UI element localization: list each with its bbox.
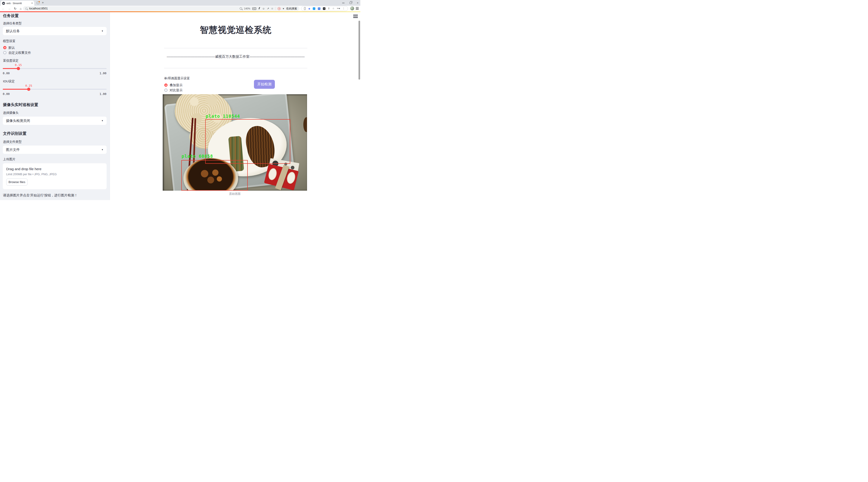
radio-model-custom[interactable] [3, 51, 6, 54]
camera-select-label: 选择摄像头 [3, 111, 19, 115]
new-tab-button[interactable]: + [42, 0, 44, 4]
browser-tab[interactable]: web · Streamlit × [1, 1, 34, 6]
radio-model-default-label[interactable]: 默认 [8, 46, 15, 50]
start-detection-button[interactable]: 开始检测 [254, 80, 275, 89]
streamlit-favicon-icon [2, 2, 5, 5]
radio-compare-display[interactable] [164, 89, 167, 92]
dropzone-limit: Limit 200MB per file • JPG, PNG, JPEG [6, 173, 57, 176]
app-menu-icon[interactable] [353, 15, 358, 18]
detection-image: plato 110544 plato 60858 [163, 94, 307, 191]
kebab-menu-icon[interactable]: ⋮ [342, 7, 345, 10]
home-icon[interactable]: ⌂ [19, 6, 23, 11]
search-here-label[interactable]: 在此搜索 [286, 7, 297, 10]
studio-line: ——————————————威视百万大数据工作室———————————————— [164, 55, 307, 59]
iou-value: 0.25 [22, 84, 36, 87]
camera-settings-heading: 摄像头实时巡检设置 [3, 102, 38, 108]
translate-extension-icon[interactable]: 文 [318, 7, 320, 10]
radio-overlay-display-label[interactable]: 叠加显示 [169, 83, 183, 87]
detection-label: plato 110544 [206, 114, 240, 119]
iou-max: 1.00 [99, 92, 106, 96]
gemini-icon[interactable]: ◆ [308, 7, 310, 10]
dropzone-instruction: Drag and drop file here [6, 167, 41, 171]
forward-icon[interactable]: → [7, 6, 11, 11]
translate-icon[interactable]: A文 [252, 7, 256, 10]
zoom-level[interactable]: 140% [244, 7, 250, 10]
scissors-icon[interactable]: ✂▾ [337, 7, 340, 10]
n-extension-icon[interactable]: N [323, 7, 326, 10]
file-type-value: 图片文件 [6, 148, 20, 152]
browser-window: web · Streamlit × + × ← → ↻ ⌂ localhost:… [0, 0, 360, 200]
iou-label: IOU设定 [3, 79, 15, 84]
address-bar[interactable]: localhost:8501 140% A文 ☺ ↗ ☆ S ▾ 在此搜索 [23, 6, 300, 11]
page-scrollbar[interactable] [359, 21, 360, 80]
share-icon[interactable]: ↗ [267, 7, 269, 10]
upload-label: 上传图片 [3, 157, 16, 161]
refresh-icon[interactable]: ↻ [13, 6, 18, 11]
page-title: 智慧视觉巡检系统 [164, 24, 307, 36]
confidence-slider[interactable] [3, 68, 106, 69]
model-settings-label: 模型设置 [3, 39, 16, 43]
download-icon[interactable]: ↧ [328, 7, 330, 10]
task-settings-heading: 任务设置 [3, 13, 19, 19]
tab-strip: web · Streamlit × + × [0, 0, 360, 6]
s-search-logo-icon[interactable]: S [278, 7, 281, 10]
checkmark-extension-icon[interactable]: ✓ [313, 7, 315, 10]
sidebar-hint-text: 请选择图片并点击'开始运行'按钮，进行图片检测！ [3, 193, 78, 198]
chevron-down-icon: ▼ [101, 120, 103, 122]
file-settings-heading: 文件识别设置 [3, 131, 26, 136]
window-controls: × [342, 0, 359, 6]
workspace-icon[interactable] [37, 2, 39, 4]
confidence-slider-thumb[interactable] [17, 67, 20, 70]
address-bar-actions: 140% A文 ☺ ↗ ☆ S ▾ 在此搜索 [240, 7, 297, 10]
search-icon [25, 8, 27, 10]
detection-box [181, 160, 248, 191]
radio-model-default[interactable] [3, 46, 6, 49]
browser-menu-icon[interactable] [356, 7, 359, 10]
tab-close-icon[interactable]: × [31, 2, 33, 5]
dish-edge [303, 117, 307, 132]
extensions-pill: ◆ ✓ 文 N ↧ ☆ ✂▾ ⋮ [301, 6, 348, 11]
main-content: 智慧视觉巡检系统 ——————————————威视百万大数据工作室———————… [110, 12, 360, 200]
lightning-icon[interactable] [258, 7, 260, 10]
camera-select-value: 摄像头检测关闭 [6, 119, 30, 123]
chevron-down-icon: ▼ [101, 30, 103, 32]
s-caret-icon[interactable]: ▾ [283, 7, 284, 10]
image-caption: 原始画面 [163, 192, 307, 196]
star-add-icon[interactable]: ☆ [271, 7, 274, 10]
radio-overlay-display[interactable] [164, 84, 167, 87]
bookmark-star-icon[interactable]: ☆ [332, 7, 334, 10]
browser-toolbar: ← → ↻ ⌂ localhost:8501 140% A文 ☺ ↗ ☆ S ▾… [0, 6, 360, 11]
divider [275, 7, 276, 10]
restore-button[interactable] [349, 2, 351, 4]
confidence-label: 置信度设定 [3, 59, 19, 63]
phone-icon[interactable] [304, 7, 306, 10]
confidence-value: 0.15 [11, 63, 25, 67]
camera-select[interactable]: 摄像头检测关闭 ▼ [3, 117, 106, 125]
profile-avatar[interactable] [350, 6, 354, 10]
url-text[interactable]: localhost:8501 [29, 7, 240, 10]
tab-title: web · Streamlit [6, 2, 30, 5]
radio-compare-display-label[interactable]: 对比显示 [169, 88, 183, 92]
confidence-max: 1.00 [99, 71, 106, 75]
confidence-min: 0.00 [3, 71, 10, 75]
iou-slider-thumb[interactable] [27, 88, 30, 91]
detection-box [205, 119, 290, 164]
iou-slider[interactable] [3, 89, 106, 90]
iou-min: 0.00 [3, 92, 10, 96]
minimize-button[interactable] [342, 3, 344, 3]
task-type-select[interactable]: 默认任务 ▼ [3, 27, 106, 35]
display-mode-label: 单/双画面显示设置 [164, 77, 190, 81]
sidebar: 任务设置 选择任务类型 默认任务 ▼ 模型设置 默认 自定义权重文件 置信度设定… [0, 12, 110, 200]
radio-model-custom-label[interactable]: 自定义权重文件 [8, 51, 31, 55]
detection-label: plato 60858 [182, 154, 213, 159]
close-button[interactable]: × [356, 2, 359, 4]
task-type-value: 默认任务 [6, 29, 20, 33]
smiley-icon[interactable]: ☺ [262, 7, 265, 10]
chevron-down-icon: ▼ [101, 149, 103, 151]
divider [164, 68, 307, 68]
back-icon[interactable]: ← [1, 6, 5, 11]
file-type-select[interactable]: 图片文件 ▼ [3, 146, 106, 154]
zoom-icon[interactable] [240, 7, 242, 10]
browse-files-button[interactable]: Browse files [6, 178, 28, 186]
file-uploader-dropzone[interactable]: Drag and drop file here Limit 200MB per … [3, 163, 106, 189]
